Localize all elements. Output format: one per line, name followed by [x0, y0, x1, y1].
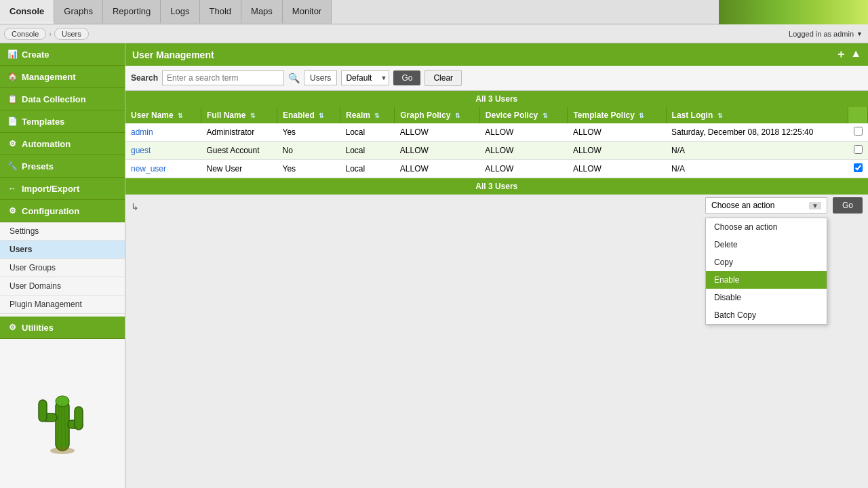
cactus-decoration	[0, 339, 125, 488]
user-link-new-user[interactable]: new_user	[131, 164, 166, 174]
sidebar-item-user-groups[interactable]: User Groups	[0, 259, 125, 277]
cell-graph-policy: ALLOW	[395, 123, 480, 142]
sidebar-data-collection[interactable]: 📋 Data Collection	[0, 88, 125, 110]
sort-arrows-graph-policy: ⇅	[455, 113, 460, 119]
sidebar-utilities[interactable]: ⚙ Utilities	[0, 317, 125, 339]
cell-graph-policy: ALLOW	[395, 160, 480, 178]
action-option-batch-copy[interactable]: Batch Copy	[706, 306, 827, 324]
templates-icon: 📄	[7, 116, 18, 127]
cell-device-policy: ALLOW	[479, 123, 568, 142]
sidebar-management[interactable]: 🏠 Management	[0, 66, 125, 88]
tab-logs[interactable]: Logs	[161, 0, 199, 24]
row-checkbox-new-user[interactable]	[854, 163, 863, 172]
action-dropdown-menu: Choose an action Delete Copy Enable Disa…	[705, 218, 827, 325]
sidebar-presets[interactable]: 🔧 Presets	[0, 155, 125, 178]
add-icon[interactable]: ＋	[835, 47, 846, 62]
sidebar-item-settings[interactable]: Settings	[0, 222, 125, 241]
cell-device-policy: ALLOW	[479, 160, 568, 178]
svg-rect-4	[75, 407, 83, 430]
cell-checkbox	[848, 123, 868, 142]
cell-username: new_user	[125, 160, 201, 178]
table-summary-top: All 3 Users	[125, 91, 868, 107]
action-dropdown-container: Choose an action ▼ Choose an action Dele…	[705, 197, 827, 214]
logo-area	[719, 0, 868, 24]
users-filter-label: Users	[304, 70, 337, 85]
sort-arrows-enabled: ⇅	[319, 113, 324, 119]
indent-arrow: ↳	[131, 201, 139, 212]
col-last-login[interactable]: Last Login ⇅	[666, 107, 848, 123]
tab-reporting[interactable]: Reporting	[103, 0, 161, 24]
action-select-display[interactable]: Choose an action ▼	[705, 197, 827, 214]
tab-graphs[interactable]: Graphs	[54, 0, 103, 24]
search-label: Search	[131, 73, 158, 83]
create-icon: 📊	[7, 49, 18, 60]
table-row: admin Administrator Yes Local ALLOW ALLO…	[125, 123, 868, 142]
cactus-svg	[32, 366, 93, 461]
sidebar-templates[interactable]: 📄 Templates	[0, 110, 125, 133]
svg-rect-2	[39, 400, 47, 422]
realm-select[interactable]: Default Option2	[341, 70, 389, 85]
sort-arrows-device-policy: ⇅	[542, 113, 548, 119]
sort-arrows-template-policy: ⇅	[639, 113, 644, 119]
col-fullname[interactable]: Full Name ⇅	[201, 107, 277, 123]
cell-fullname: New User	[201, 160, 277, 178]
col-template-policy[interactable]: Template Policy ⇅	[568, 107, 666, 123]
utilities-icon: ⚙	[7, 322, 18, 333]
sidebar-item-user-domains[interactable]: User Domains	[0, 277, 125, 296]
action-go-button[interactable]: Go	[833, 197, 863, 214]
cell-checkbox	[848, 160, 868, 178]
users-table: All 3 Users User Name ⇅ Full Name ⇅ Enab…	[125, 91, 868, 195]
row-checkbox-guest[interactable]	[854, 145, 863, 154]
sort-arrows-username: ⇅	[178, 113, 183, 119]
sidebar-item-users[interactable]: Users	[0, 241, 125, 259]
top-navigation: Console Graphs Reporting Logs Thold Maps…	[0, 0, 868, 24]
tab-maps[interactable]: Maps	[241, 0, 283, 24]
action-option-enable[interactable]: Enable	[706, 271, 827, 289]
user-link-guest[interactable]: guest	[131, 146, 151, 155]
action-option-choose[interactable]: Choose an action	[706, 218, 827, 236]
cell-realm: Local	[340, 123, 395, 142]
collapse-icon[interactable]: ▲	[850, 47, 861, 62]
breadcrumb-console[interactable]: Console	[4, 28, 46, 40]
realm-select-wrapper: Default Option2 ▼	[341, 70, 389, 85]
tab-console[interactable]: Console	[0, 0, 54, 24]
import-export-icon: ↔	[7, 183, 18, 194]
row-checkbox-admin[interactable]	[854, 127, 863, 136]
sidebar-automation[interactable]: ⚙ Automation	[0, 133, 125, 155]
cell-last-login: N/A	[666, 160, 848, 178]
table-row: guest Guest Account No Local ALLOW ALLOW…	[125, 142, 868, 160]
cell-enabled: Yes	[277, 160, 340, 178]
sidebar-import-export[interactable]: ↔ Import/Export	[0, 178, 125, 200]
breadcrumb-users[interactable]: Users	[54, 28, 89, 40]
tab-monitor[interactable]: Monitor	[283, 0, 332, 24]
page-title: User Management	[132, 49, 214, 60]
sidebar-create[interactable]: 📊 Create	[0, 43, 125, 66]
user-link-admin[interactable]: admin	[131, 127, 153, 137]
col-checkbox-header[interactable]	[848, 107, 868, 123]
breadcrumb-bar: Console › Users Logged in as admin ▼	[0, 24, 868, 43]
col-graph-policy[interactable]: Graph Policy ⇅	[395, 107, 480, 123]
search-bar: Search 🔍 Users Default Option2 ▼ Go Clea…	[125, 66, 868, 91]
cell-enabled: No	[277, 142, 340, 160]
col-realm[interactable]: Realm ⇅	[340, 107, 395, 123]
go-button[interactable]: Go	[393, 70, 420, 85]
col-username[interactable]: User Name ⇅	[125, 107, 201, 123]
col-enabled[interactable]: Enabled ⇅	[277, 107, 340, 123]
sort-arrows-last-login: ⇅	[717, 113, 723, 119]
action-option-copy[interactable]: Copy	[706, 253, 827, 271]
col-device-policy[interactable]: Device Policy ⇅	[479, 107, 568, 123]
sidebar-item-plugin-management[interactable]: Plugin Management	[0, 296, 125, 314]
action-option-disable[interactable]: Disable	[706, 289, 827, 306]
action-option-delete[interactable]: Delete	[706, 236, 827, 253]
sort-arrows-fullname: ⇅	[250, 113, 256, 119]
cell-graph-policy: ALLOW	[395, 142, 480, 160]
chevron-down-icon: ▼	[856, 30, 863, 37]
search-input[interactable]	[162, 70, 284, 85]
action-bar: ↳ Choose an action ▼ Choose an action De…	[125, 195, 868, 317]
tab-thold[interactable]: Thold	[200, 0, 242, 24]
logged-in-info: Logged in as admin ▼	[789, 30, 863, 38]
table-row: new_user New User Yes Local ALLOW ALLOW …	[125, 160, 868, 178]
clear-button[interactable]: Clear	[425, 70, 462, 86]
search-button[interactable]: 🔍	[288, 73, 300, 83]
sidebar-configuration[interactable]: ⚙ Configuration	[0, 200, 125, 222]
